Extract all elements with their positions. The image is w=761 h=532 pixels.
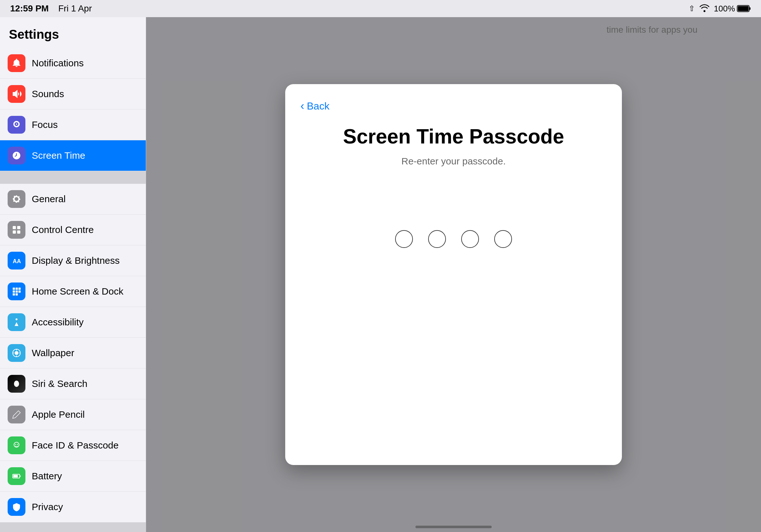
svg-rect-5 (13, 231, 16, 234)
screen-time-label: Screen Time (32, 150, 85, 161)
sidebar-item-privacy[interactable]: Privacy (0, 492, 146, 522)
svg-rect-2 (738, 6, 749, 11)
general-icon (8, 190, 26, 208)
location-icon: ⇧ (689, 4, 695, 13)
battery-icon-menu (8, 467, 26, 485)
status-date: Fri 1 Apr (58, 4, 92, 14)
dialog-overlay: ‹ Back Screen Time Passcode Re-enter you… (146, 17, 761, 532)
status-left: 12:59 PM Fri 1 Apr (10, 4, 92, 14)
privacy-icon (8, 498, 26, 516)
general-label: General (32, 194, 66, 204)
screen-time-icon (8, 147, 26, 164)
battery-percentage: 100% (714, 4, 735, 14)
status-time: 12:59 PM (10, 4, 49, 14)
sidebar-item-general[interactable]: General (0, 184, 146, 215)
passcode-dot-2 (428, 230, 446, 248)
wallpaper-icon (8, 344, 26, 362)
sidebar-item-focus[interactable]: Focus (0, 110, 146, 140)
home-screen-label: Home Screen & Dock (32, 286, 123, 297)
siri-icon (8, 375, 26, 393)
main-layout: Settings Notifications Sounds (0, 17, 761, 532)
passcode-dot-1 (395, 230, 413, 248)
sidebar-title: Settings (0, 17, 146, 48)
sidebar-item-notifications[interactable]: Notifications (0, 48, 146, 79)
accessibility-icon (8, 313, 26, 331)
svg-rect-25 (20, 475, 21, 477)
dialog-subtitle: Re-enter your passcode. (401, 156, 506, 167)
accessibility-label: Accessibility (32, 317, 84, 328)
svg-rect-24 (13, 475, 18, 477)
svg-rect-3 (13, 226, 16, 229)
apple-pencil-label: Apple Pencil (32, 409, 85, 420)
svg-point-16 (16, 318, 18, 320)
face-id-label: Face ID & Passcode (32, 440, 118, 451)
sounds-label: Sounds (32, 88, 64, 99)
svg-point-22 (17, 444, 18, 445)
siri-label: Siri & Search (32, 378, 88, 389)
status-bar: 12:59 PM Fri 1 Apr ⇧ 100% (0, 0, 761, 17)
wallpaper-label: Wallpaper (32, 347, 74, 358)
svg-rect-4 (17, 226, 20, 229)
sidebar-separator-1 (0, 171, 146, 184)
sidebar-item-accessibility[interactable]: Accessibility (0, 307, 146, 338)
battery-status: 100% (714, 4, 751, 14)
passcode-dot-4 (494, 230, 512, 248)
sidebar-item-control-centre[interactable]: Control Centre (0, 215, 146, 245)
sidebar-item-wallpaper[interactable]: Wallpaper (0, 338, 146, 369)
notifications-icon (8, 54, 26, 72)
sidebar-item-sounds[interactable]: Sounds (0, 79, 146, 110)
apple-pencil-icon (8, 406, 26, 423)
svg-rect-11 (13, 291, 15, 293)
sidebar-item-screen-time[interactable]: Screen Time (0, 140, 146, 171)
wifi-icon (699, 3, 710, 14)
svg-rect-10 (19, 288, 21, 290)
focus-label: Focus (32, 119, 58, 130)
status-right: ⇧ 100% (689, 3, 751, 14)
back-chevron-icon: ‹ (301, 99, 304, 113)
sidebar-item-face-id[interactable]: Face ID & Passcode (0, 430, 146, 461)
sidebar-item-battery[interactable]: Battery (0, 461, 146, 492)
privacy-label: Privacy (32, 502, 63, 512)
svg-point-21 (15, 444, 16, 445)
control-centre-label: Control Centre (32, 224, 94, 235)
display-label: Display & Brightness (32, 255, 120, 266)
sidebar-item-home-screen[interactable]: Home Screen & Dock (0, 276, 146, 307)
sidebar: Settings Notifications Sounds (0, 17, 146, 532)
focus-icon (8, 116, 26, 133)
svg-rect-12 (16, 291, 18, 293)
svg-rect-1 (749, 7, 750, 10)
svg-rect-14 (13, 293, 15, 295)
face-id-icon (8, 437, 26, 454)
notifications-label: Notifications (32, 58, 84, 69)
svg-rect-8 (13, 288, 15, 290)
passcode-dot-3 (461, 230, 479, 248)
sounds-icon (8, 85, 26, 103)
svg-rect-15 (16, 293, 18, 295)
passcode-dialog: ‹ Back Screen Time Passcode Re-enter you… (285, 84, 622, 465)
svg-rect-13 (19, 291, 21, 293)
svg-text:AA: AA (13, 258, 21, 264)
svg-rect-6 (17, 231, 20, 234)
display-icon: AA (8, 252, 26, 270)
sidebar-item-siri[interactable]: Siri & Search (0, 369, 146, 399)
svg-rect-9 (16, 288, 18, 290)
sidebar-separator-2 (0, 522, 146, 532)
sidebar-item-apple-pencil[interactable]: Apple Pencil (0, 399, 146, 430)
passcode-dots-container (395, 230, 512, 248)
svg-point-19 (14, 381, 19, 387)
content-area: time limits for apps you ‹ Back Screen T… (146, 17, 761, 532)
control-centre-icon (8, 221, 26, 239)
sidebar-item-display[interactable]: AA Display & Brightness (0, 245, 146, 276)
battery-label: Battery (32, 471, 62, 482)
home-screen-icon (8, 283, 26, 300)
back-button[interactable]: ‹ Back (301, 99, 329, 113)
dialog-title: Screen Time Passcode (343, 125, 564, 148)
svg-point-18 (15, 351, 19, 355)
back-label: Back (307, 100, 329, 112)
